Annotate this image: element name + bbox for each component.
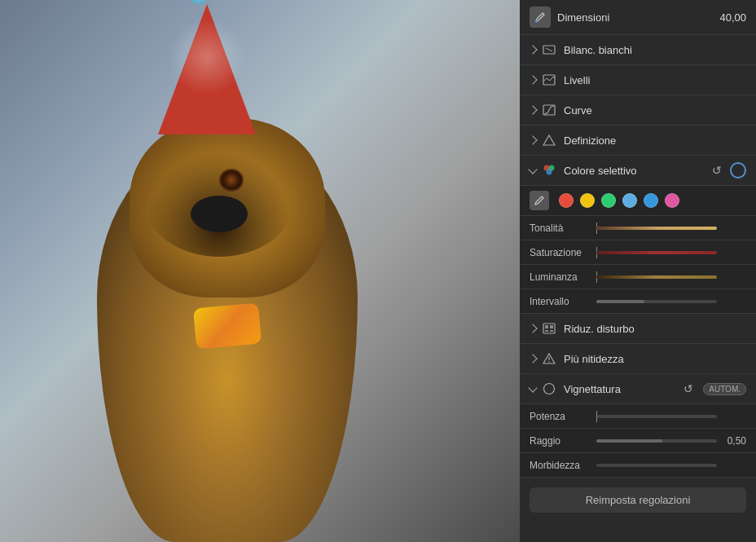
dog-eye <box>219 169 244 192</box>
curve-label: Curve <box>564 104 746 117</box>
definizione-row[interactable]: Definizione <box>520 126 756 156</box>
raggio-slider[interactable] <box>596 439 717 443</box>
svg-rect-13 <box>550 330 553 332</box>
definizione-icon <box>541 132 557 148</box>
colore-selettivo-icon <box>541 162 557 178</box>
raggio-row: Raggio 0,50 <box>520 429 756 453</box>
potenza-label: Potenza <box>530 411 596 422</box>
slider-center-mark <box>596 411 597 422</box>
definizione-label: Definizione <box>564 134 746 147</box>
vignettatura-reset-icon[interactable]: ↺ <box>680 381 697 397</box>
luminanza-label: Luminanza <box>530 271 596 283</box>
colore-selettivo-label: Colore selettivo <box>564 165 709 177</box>
tonalita-row: Tonalità <box>520 216 756 240</box>
potenza-slider[interactable] <box>596 415 717 418</box>
eyedropper-icon[interactable] <box>530 191 549 210</box>
color-yellow-dot[interactable] <box>580 193 595 208</box>
raggio-label: Raggio <box>530 435 596 447</box>
party-hat <box>158 4 256 134</box>
potenza-row: Potenza <box>520 404 756 429</box>
bow-tie <box>193 303 262 350</box>
intervallo-label: Intervallo <box>530 296 596 307</box>
curve-row[interactable]: Curve <box>520 95 756 126</box>
color-picker-row <box>520 186 756 216</box>
riduz-disturbo-icon <box>541 320 557 337</box>
bilanc-bianchi-label: Bilanc. bianchi <box>564 44 746 56</box>
bilanc-bianchi-icon <box>541 42 557 58</box>
colore-selettivo-circle-btn[interactable] <box>730 162 746 178</box>
curve-icon <box>541 102 557 118</box>
reset-button[interactable]: Reimposta regolazioni <box>530 487 746 513</box>
svg-point-17 <box>544 384 555 394</box>
riduz-disturbo-label: Riduz. disturbo <box>564 323 746 335</box>
tonalita-slider[interactable] <box>596 227 717 230</box>
chevron-right-icon <box>528 324 537 333</box>
chevron-right-icon <box>528 135 537 144</box>
saturazione-label: Saturazione <box>530 247 596 258</box>
livelli-row[interactable]: Livelli <box>520 65 756 95</box>
svg-marker-5 <box>543 135 555 145</box>
chevron-right-icon <box>528 45 537 54</box>
color-magenta-dot[interactable] <box>665 193 679 208</box>
livelli-icon <box>541 72 557 88</box>
autom-badge: AUTOM. <box>703 383 746 395</box>
livelli-label: Livelli <box>564 74 746 86</box>
piu-nitidezza-row[interactable]: Più nitidezza <box>520 344 756 374</box>
raggio-value: 0,50 <box>717 435 746 447</box>
riduz-disturbo-row[interactable]: Riduz. disturbo <box>520 314 756 344</box>
color-cyan-dot[interactable] <box>622 193 637 208</box>
chevron-down-icon <box>528 383 537 392</box>
svg-point-16 <box>548 361 550 363</box>
dimensioni-value: 40,00 <box>719 11 746 24</box>
chevron-right-icon <box>528 105 537 114</box>
vignettatura-icon <box>541 381 557 397</box>
piu-nitidezza-icon <box>541 350 557 367</box>
photo-area <box>0 0 520 542</box>
intervallo-row: Intervallo <box>520 289 756 314</box>
intervallo-slider[interactable] <box>596 300 717 303</box>
morbidezza-row: Morbidezza <box>520 453 756 478</box>
morbidezza-slider[interactable] <box>596 464 717 467</box>
dog-nose <box>191 196 248 232</box>
piu-nitidezza-label: Più nitidezza <box>564 353 746 365</box>
dimensioni-row[interactable]: Dimensioni 40,00 <box>520 0 756 35</box>
vignettatura-header[interactable]: Vignettatura ↺ AUTOM. <box>520 374 756 404</box>
color-green-dot[interactable] <box>601 193 616 208</box>
svg-line-2 <box>546 48 552 51</box>
tonalita-label: Tonalità <box>530 223 596 234</box>
color-red-dot[interactable] <box>559 193 574 208</box>
bilanc-bianchi-row[interactable]: Bilanc. bianchi <box>520 35 756 65</box>
luminanza-row: Luminanza <box>520 265 756 289</box>
vignettatura-label: Vignettatura <box>564 383 680 395</box>
dimensioni-label: Dimensioni <box>557 11 719 24</box>
morbidezza-label: Morbidezza <box>530 460 596 471</box>
svg-point-0 <box>535 20 538 23</box>
saturazione-row: Saturazione <box>520 240 756 265</box>
luminanza-slider[interactable] <box>596 275 717 279</box>
color-blue-dot[interactable] <box>644 193 658 208</box>
svg-rect-11 <box>550 325 553 328</box>
chevron-right-icon <box>528 75 537 84</box>
svg-rect-12 <box>545 330 548 332</box>
right-panel: Dimensioni 40,00 Bilanc. bianchi Livelli <box>520 0 756 542</box>
brush-tool-icon[interactable] <box>530 7 551 28</box>
chevron-down-icon <box>528 165 537 174</box>
colore-selettivo-reset-icon[interactable]: ↺ <box>709 162 725 178</box>
svg-rect-10 <box>545 325 548 328</box>
chevron-right-icon <box>528 354 537 363</box>
saturazione-slider[interactable] <box>596 251 717 254</box>
svg-point-8 <box>547 170 552 175</box>
colore-selettivo-header[interactable]: Colore selettivo ↺ <box>520 156 756 186</box>
